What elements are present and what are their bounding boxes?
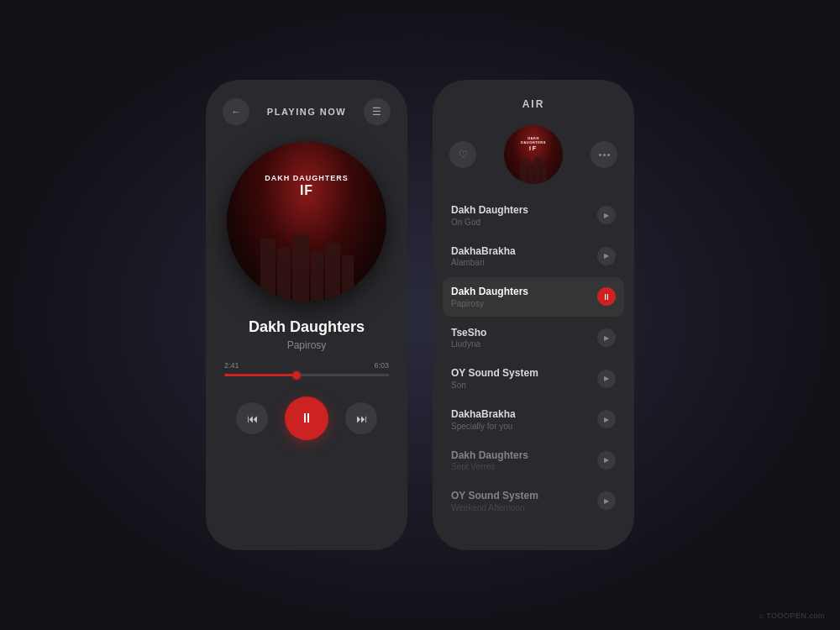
playlist-item-song: Specially for you — [451, 422, 597, 431]
left-header: ← PLAYING NOW ☰ — [206, 80, 407, 134]
menu-button[interactable]: ☰ — [364, 98, 391, 125]
now-playing-card: ← PLAYING NOW ☰ DAKH DAUGHTERS IF Dakh D… — [206, 80, 407, 550]
playlist-item-song: Papirosy — [451, 299, 597, 308]
air-label: AIR — [522, 98, 545, 110]
playlist-item-info: OY Sound SystemWeekend Afternoon — [451, 490, 597, 512]
playback-controls: ⏮ ⏸ ⏭ — [236, 388, 377, 457]
play-track-button[interactable]: ▶ — [597, 328, 616, 347]
play-track-button[interactable]: ▶ — [597, 491, 616, 510]
playlist-item-info: Dakh DaughtersOn God — [451, 204, 597, 227]
playlist: Dakh DaughtersOn God▶DakhaBrakhaAlambari… — [433, 196, 634, 550]
playlist-item-info: OY Sound SystemSon — [451, 367, 597, 390]
play-track-button[interactable]: ▶ — [597, 247, 616, 265]
playlist-item[interactable]: Dakh DaughtersSept Verres▶ — [443, 441, 624, 480]
album-figures — [227, 214, 386, 302]
playlist-item-info: Dakh DaughtersSept Verres — [451, 449, 597, 472]
mini-figure — [534, 157, 541, 184]
album-art: DAKH DAUGHTERS IF — [227, 142, 386, 302]
playlist-card: AIR ♡ DAKHDAUGHTERSIF Dakh Daughte — [433, 80, 634, 550]
prev-button[interactable]: ⏮ — [236, 402, 268, 434]
track-info: Dakh Daughters Papirosy — [232, 318, 381, 351]
progress-fill — [224, 374, 297, 376]
album-art-bg: DAKH DAUGHTERS IF — [227, 142, 386, 302]
playlist-item-artist: Dakh Daughters — [451, 286, 597, 299]
playlist-item[interactable]: OY Sound SystemSon▶ — [443, 359, 624, 398]
figure-4 — [311, 251, 323, 302]
right-header: AIR — [433, 80, 634, 118]
heart-button[interactable]: ♡ — [449, 141, 476, 168]
playlist-item-artist: OY Sound System — [451, 367, 597, 381]
track-name: Dakh Daughters — [249, 318, 365, 336]
progress-bar[interactable] — [224, 374, 389, 376]
playlist-item-artist: Dakh Daughters — [451, 204, 597, 218]
playlist-item[interactable]: TseShoLiudyna▶ — [443, 318, 624, 358]
playlist-item-song: Sept Verres — [451, 462, 597, 471]
album-text-overlay: DAKH DAUGHTERS IF — [227, 174, 386, 198]
playlist-item-info: DakhaBrakhaAlambari — [451, 245, 597, 268]
playlist-item-song: Son — [451, 381, 597, 390]
more-options-button[interactable] — [591, 141, 617, 168]
playlist-item-info: DakhaBrakhaSpecially for you — [451, 408, 597, 431]
dot-2 — [603, 154, 606, 156]
time-total: 6:03 — [374, 361, 389, 370]
mini-band-name: DAKHDAUGHTERSIF — [504, 136, 563, 152]
playlist-item[interactable]: Dakh DaughtersPapirosy⏸ — [443, 277, 624, 317]
play-track-button[interactable]: ▶ — [597, 451, 616, 470]
progress-thumb — [292, 371, 301, 380]
figure-6 — [342, 255, 354, 302]
playlist-item-song: Liudyna — [451, 339, 597, 349]
menu-icon: ☰ — [372, 106, 381, 118]
mini-figure — [528, 163, 533, 184]
back-button[interactable]: ← — [223, 98, 249, 125]
mini-album-art: DAKHDAUGHTERSIF — [504, 125, 563, 184]
playing-now-label: PLAYING NOW — [267, 107, 346, 117]
figure-1 — [260, 239, 276, 302]
playlist-item-song: Alambari — [451, 258, 597, 267]
heart-icon: ♡ — [459, 149, 468, 160]
album-band-name: DAKH DAUGHTERS — [227, 174, 386, 183]
track-artist: Papirosy — [249, 339, 365, 351]
playlist-item[interactable]: Dakh DaughtersOn God▶ — [443, 196, 624, 235]
dot-1 — [599, 154, 601, 156]
figure-5 — [325, 243, 340, 302]
playlist-item-artist: Dakh Daughters — [451, 449, 597, 463]
next-button[interactable]: ⏭ — [345, 402, 377, 434]
playlist-item-artist: DakhaBrakha — [451, 245, 597, 259]
pause-button[interactable]: ⏸ — [285, 396, 328, 440]
playlist-item[interactable]: OY Sound SystemWeekend Afternoon▶ — [443, 481, 624, 521]
next-icon: ⏭ — [356, 412, 367, 425]
album-title: IF — [227, 183, 386, 198]
playlist-item[interactable]: DakhaBrakhaAlambari▶ — [443, 237, 624, 276]
playlist-item-artist: DakhaBrakha — [451, 408, 597, 422]
pause-icon: ⏸ — [300, 411, 313, 426]
play-track-button[interactable]: ▶ — [597, 370, 616, 388]
progress-section: 2:41 6:03 — [206, 361, 407, 376]
mini-album-art-bg: DAKHDAUGHTERSIF — [504, 125, 563, 184]
play-track-button[interactable]: ▶ — [597, 206, 616, 224]
mini-figure — [520, 159, 527, 184]
playlist-item-song: Weekend Afternoon — [451, 503, 597, 512]
play-track-button[interactable]: ▶ — [597, 410, 616, 428]
figure-3 — [292, 234, 309, 302]
dot-3 — [607, 154, 610, 156]
playlist-item-info: TseShoLiudyna — [451, 327, 597, 349]
playlist-item-artist: TseSho — [451, 327, 597, 340]
mini-player: ♡ DAKHDAUGHTERSIF — [433, 118, 634, 196]
playlist-item-artist: OY Sound System — [451, 490, 597, 503]
back-icon: ← — [231, 106, 241, 118]
time-current: 2:41 — [224, 361, 239, 370]
time-labels: 2:41 6:03 — [224, 361, 389, 370]
pause-track-button[interactable]: ⏸ — [597, 287, 616, 306]
mini-figure — [542, 165, 547, 184]
watermark: ⌂ TOOOPEN.com — [759, 612, 825, 620]
playlist-item-info: Dakh DaughtersPapirosy — [451, 286, 597, 308]
figure-2 — [277, 247, 291, 302]
playlist-item-song: On God — [451, 218, 597, 227]
prev-icon: ⏮ — [247, 412, 258, 425]
playlist-item[interactable]: DakhaBrakhaSpecially for you▶ — [443, 400, 624, 439]
